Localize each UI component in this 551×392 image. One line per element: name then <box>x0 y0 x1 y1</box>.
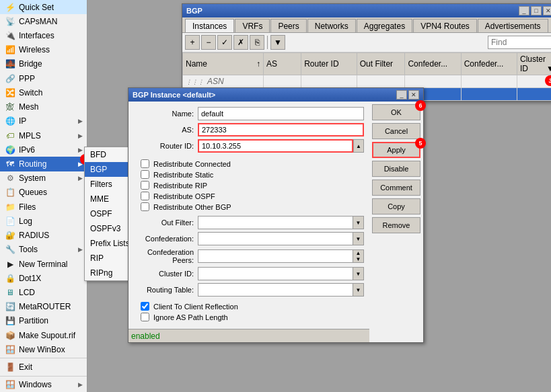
router-id-dropdown-btn[interactable]: ▲ <box>353 139 364 153</box>
name-input[interactable] <box>198 107 364 120</box>
routing-table-input[interactable] <box>198 283 353 297</box>
find-input[interactable] <box>488 36 551 49</box>
tab-instances[interactable]: Instances <box>185 19 234 32</box>
redistribute-other-bgp-cb[interactable] <box>141 202 149 211</box>
sidebar-item-ip[interactable]: 🌐 IP ▶ <box>0 114 87 128</box>
remove-button[interactable]: Remove <box>372 217 420 233</box>
sidebar-item-dot1x[interactable]: 🔒 Dot1X <box>0 271 87 285</box>
tab-instances-label: Instances <box>192 22 227 31</box>
sidebar-item-switch[interactable]: 🔀 Switch <box>0 85 87 100</box>
check-btn[interactable]: ✓ <box>217 35 232 50</box>
redistribute-connected-row: Redistribute Connected <box>134 159 364 168</box>
confederation-dd-btn[interactable]: ▼ <box>353 232 364 245</box>
row-asn-conf1 <box>405 75 461 88</box>
col-router-id[interactable]: Router ID <box>301 53 357 75</box>
col-confeder1[interactable]: Confeder... <box>405 53 461 75</box>
out-filter-dd-btn[interactable]: ▼ <box>353 216 364 229</box>
sidebar-item-ipv6[interactable]: 🌍 IPv6 ▶ <box>0 143 87 157</box>
cluster-id-dd-btn[interactable]: ▼ <box>353 267 364 280</box>
tab-aggregates[interactable]: Aggregates <box>357 19 412 32</box>
bgp-close-btn[interactable]: ✕ <box>543 6 551 15</box>
comment-button[interactable]: Comment <box>372 180 420 196</box>
sidebar-item-quick-set[interactable]: ⚡ Quick Set <box>0 0 87 14</box>
tab-vpn4-routes[interactable]: VPN4 Routes <box>413 19 477 32</box>
out-filter-input[interactable] <box>198 216 353 229</box>
sidebar-item-wireless[interactable]: 📶 Wireless <box>0 43 87 57</box>
add-btn[interactable]: + <box>185 35 200 50</box>
sidebar-label-bridge: Bridge <box>19 59 42 69</box>
sidebar-item-partition[interactable]: 💾 Partition <box>0 314 87 328</box>
col-cluster-id[interactable]: Cluster ID ▼ <box>517 53 552 75</box>
tab-peers[interactable]: Peers <box>270 19 306 32</box>
sidebar-item-queues[interactable]: 📋 Queues <box>0 186 87 200</box>
queues-icon: 📋 <box>4 188 16 197</box>
apply-button[interactable]: Apply <box>372 142 420 158</box>
col-as[interactable]: AS <box>264 53 301 75</box>
redistribute-static-cb[interactable] <box>141 170 149 179</box>
sidebar-item-new-winbox[interactable]: 🪟 New WinBox <box>0 342 87 356</box>
dialog-close-btn[interactable]: ✕ <box>408 90 419 100</box>
sidebar-label-make-supout: Make Supout.rif <box>19 331 75 340</box>
sidebar-item-windows[interactable]: 🪟 Windows ▶ <box>0 378 87 392</box>
sidebar-item-tools[interactable]: 🔧 Tools ▶ <box>0 243 87 257</box>
sidebar-item-capsman[interactable]: 📡 CAPsMAN <box>0 14 87 28</box>
sidebar-item-new-terminal[interactable]: ▶ New Terminal <box>0 257 87 271</box>
cluster-id-field: ▼ <box>198 267 364 280</box>
sidebar-item-mpls[interactable]: 🏷 MPLS ▶ <box>0 128 87 143</box>
sidebar-label-files: Files <box>19 202 36 212</box>
dialog-minimize-btn[interactable]: _ <box>396 90 407 100</box>
ok-button[interactable]: OK <box>372 104 420 120</box>
interfaces-icon: 🔌 <box>4 31 16 40</box>
tab-networks[interactable]: Networks <box>307 19 356 32</box>
sidebar-item-metarouter[interactable]: 🔄 MetaROUTER <box>0 300 87 314</box>
as-input[interactable] <box>198 123 364 136</box>
filter-btn[interactable]: ▼ <box>270 35 285 50</box>
dialog-buttons-panel: OK 6 Cancel Apply 5 Disable Comment Copy… <box>369 102 423 342</box>
table-row-asn[interactable]: ⋮⋮⋮ ASN 3 <box>183 75 552 88</box>
sidebar-label-capsman: CAPsMAN <box>19 17 57 26</box>
sidebar-item-exit[interactable]: 🚪 Exit <box>0 360 87 374</box>
redistribute-ospf-cb[interactable] <box>141 192 149 200</box>
sidebar-item-radius[interactable]: 🔐 RADIUS <box>0 229 87 243</box>
apply-badge: 5 <box>415 138 426 149</box>
disable-button[interactable]: Disable <box>372 161 420 177</box>
sidebar-item-lcd[interactable]: 🖥 LCD <box>0 285 87 299</box>
col-confeder1-label: Confeder... <box>408 59 447 69</box>
sidebar-item-system[interactable]: ⚙ System ▶ <box>0 171 87 186</box>
remove-btn[interactable]: − <box>201 35 216 50</box>
sidebar-item-routing[interactable]: 🗺 Routing ▶ 1 <box>0 157 87 171</box>
col-name[interactable]: Name ↑ <box>183 53 264 75</box>
copy-button[interactable]: Copy <box>372 198 420 214</box>
copy-toolbar-btn[interactable]: ⎘ <box>250 35 264 50</box>
confederation-peers-input[interactable] <box>198 249 353 263</box>
x-btn[interactable]: ✗ <box>233 35 248 50</box>
col-confeder2[interactable]: Confeder... <box>461 53 517 75</box>
sidebar-item-interfaces[interactable]: 🔌 Interfaces <box>0 28 87 42</box>
sidebar-item-bridge[interactable]: 🌉 Bridge <box>0 57 87 71</box>
bgp-minimize-btn[interactable]: _ <box>519 6 529 15</box>
sidebar-item-log[interactable]: 📄 Log <box>0 214 87 228</box>
cancel-button[interactable]: Cancel <box>372 123 420 139</box>
ignore-as-path-row: Ignore AS Path Length <box>134 313 364 321</box>
sidebar-item-make-supout[interactable]: 📦 Make Supout.rif <box>0 328 87 342</box>
confederation-peers-dd-btn[interactable]: ▲▼ <box>353 249 364 263</box>
sidebar-item-mesh[interactable]: 🕸 Mesh <box>0 100 87 114</box>
ignore-as-path-cb[interactable] <box>141 313 149 321</box>
redistribute-rip-cb[interactable] <box>141 181 149 190</box>
submenu-label-filters: Filters <box>90 180 112 189</box>
redistribute-connected-cb[interactable] <box>141 159 149 168</box>
cluster-id-input[interactable] <box>198 267 353 280</box>
sidebar-item-files[interactable]: 📁 Files <box>0 200 87 214</box>
bgp-maximize-btn[interactable]: □ <box>531 6 542 15</box>
ipv6-arrow: ▶ <box>78 147 83 153</box>
col-cluster-expand[interactable]: ▼ <box>546 64 551 73</box>
routing-table-dd-btn[interactable]: ▼ <box>353 283 364 297</box>
sidebar-item-ppp[interactable]: 🔗 PPP <box>0 71 87 85</box>
tab-vrfs[interactable]: VRFs <box>235 19 270 32</box>
client-reflection-cb[interactable] <box>141 302 149 311</box>
tab-advertisements[interactable]: Advertisements <box>478 19 548 32</box>
router-id-input[interactable] <box>198 139 353 153</box>
col-out-filter[interactable]: Out Filter <box>357 53 405 75</box>
confederation-input[interactable] <box>198 232 353 245</box>
dialog-body: Name: AS: Router ID: ▲ 3 <box>128 102 369 329</box>
